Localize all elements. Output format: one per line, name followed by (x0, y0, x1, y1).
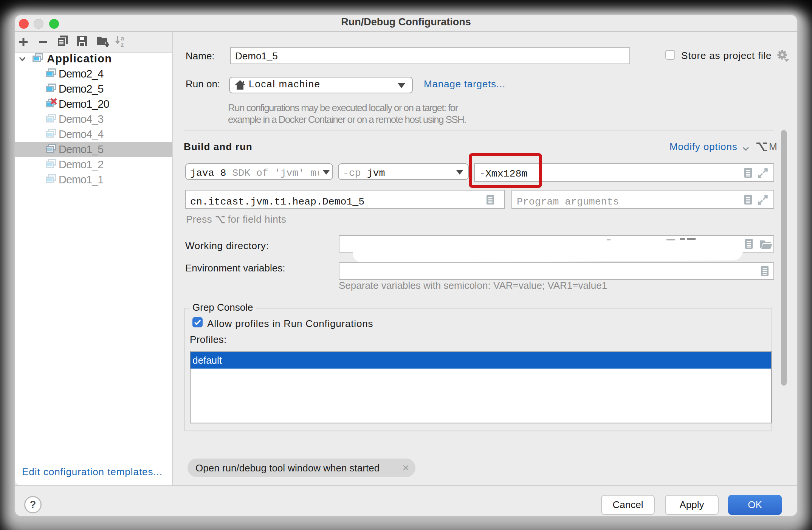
svg-text:z: z (121, 41, 124, 47)
